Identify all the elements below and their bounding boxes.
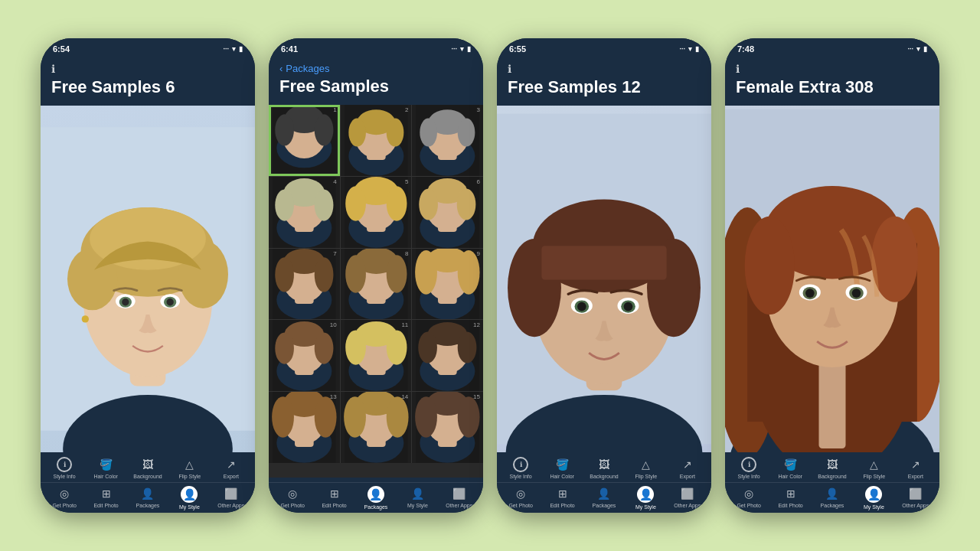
hair-thumb-4 <box>269 177 340 248</box>
flip-style-btn[interactable]: △ Flip Style <box>176 457 204 479</box>
background-btn-4[interactable]: 🖼 Background <box>818 457 846 479</box>
export-btn-3[interactable]: ↗ Export <box>674 457 701 479</box>
style-info-btn[interactable]: ℹ Style Info <box>51 457 78 479</box>
info-icon-1[interactable]: ℹ <box>51 63 244 75</box>
packages-btn-3[interactable]: 👤 Packages <box>590 486 618 510</box>
style-info-icon-3: ℹ <box>513 457 528 472</box>
phone-title-1: Free Samples 6 <box>51 78 244 96</box>
hair-color-btn-3[interactable]: 🪣 Hair Color <box>548 457 576 479</box>
cell-number-15: 15 <box>473 393 480 400</box>
svg-point-118 <box>415 396 437 438</box>
background-btn[interactable]: 🖼 Background <box>133 457 162 479</box>
svg-point-13 <box>167 298 174 305</box>
hair-color-label-3: Hair Color <box>550 474 574 479</box>
my-style-btn-1[interactable]: 👤 My Style <box>175 486 203 510</box>
hair-color-btn[interactable]: 🪣 Hair Color <box>92 457 119 479</box>
style-cell-3[interactable]: 3 <box>412 105 483 176</box>
export-label-4: Export <box>908 474 923 479</box>
back-chevron-icon: ‹ <box>279 63 283 74</box>
other-apps-btn-1[interactable]: ⬜ Other Apps <box>217 486 245 510</box>
other-apps-icon-4: ⬜ <box>908 486 923 501</box>
phone-3: 6:55 ··· ▾ ▮ ℹ Free Samples 12 <box>497 38 711 513</box>
background-btn-3[interactable]: 🖼 Background <box>590 457 618 479</box>
svg-point-28 <box>386 119 403 147</box>
style-cell-15[interactable]: 15 <box>412 392 483 463</box>
style-cell-7[interactable]: 7 <box>269 249 340 320</box>
export-icon-4: ↗ <box>908 457 923 472</box>
battery-icon-3: ▮ <box>695 45 699 53</box>
back-nav[interactable]: ‹ Packages <box>279 63 472 74</box>
style-cell-13[interactable]: 13 <box>269 392 340 463</box>
edit-photo-btn-4[interactable]: ⊞ Edit Photo <box>777 486 805 510</box>
hair-thumb-6 <box>412 177 483 248</box>
other-apps-btn-4[interactable]: ⬜ Other Apps <box>902 486 929 510</box>
phone-content-3 <box>497 106 711 452</box>
style-cell-4[interactable]: 4 <box>269 177 340 248</box>
style-cell-14[interactable]: 14 <box>341 392 412 463</box>
svg-point-83 <box>275 333 294 364</box>
svg-point-63 <box>315 257 334 292</box>
other-apps-btn-2[interactable]: ⬜ Other Apps <box>446 486 473 510</box>
svg-point-133 <box>624 302 633 311</box>
style-info-label-3: Style Info <box>509 474 531 479</box>
my-style-btn-4[interactable]: 👤 My Style <box>860 486 887 510</box>
flip-style-icon-3: △ <box>639 457 654 472</box>
hair-thumb-1 <box>269 105 340 176</box>
style-cell-8[interactable]: 8 <box>341 249 412 320</box>
style-cell-10[interactable]: 10 <box>269 320 340 391</box>
hair-thumb-7 <box>269 249 340 320</box>
svg-point-20 <box>275 115 294 146</box>
info-icon-3[interactable]: ℹ <box>508 63 701 75</box>
phone-1: 6:54 ··· ▾ ▮ ℹ Free Samples 6 <box>41 38 255 513</box>
hair-color-label: Hair Color <box>93 474 118 479</box>
flip-style-btn-3[interactable]: △ Flip Style <box>632 457 660 479</box>
packages-btn-2[interactable]: 👤 Packages <box>362 486 390 510</box>
get-photo-btn-4[interactable]: ◎ Get Photo <box>735 486 763 510</box>
svg-point-14 <box>82 315 89 322</box>
hair-color-btn-4[interactable]: 🪣 Hair Color <box>776 457 804 479</box>
style-cell-11[interactable]: 11 <box>341 320 412 391</box>
style-info-btn-3[interactable]: ℹ Style Info <box>507 457 534 479</box>
hair-thumb-13 <box>269 392 340 463</box>
packages-btn-4[interactable]: 👤 Packages <box>818 486 846 510</box>
edit-photo-btn-3[interactable]: ⊞ Edit Photo <box>549 486 577 510</box>
status-bar-2: 6:41 ··· ▾ ▮ <box>269 38 483 57</box>
my-style-icon-3: 👤 <box>637 486 654 503</box>
packages-btn-1[interactable]: 👤 Packages <box>134 486 162 510</box>
my-style-icon: 👤 <box>181 486 198 503</box>
toolbar-1: ℹ Style Info 🪣 Hair Color 🖼 Background △… <box>41 452 255 513</box>
status-icons-2: ··· ▾ ▮ <box>451 45 471 53</box>
style-cell-12[interactable]: 12 <box>412 320 483 391</box>
style-cell-9[interactable]: 9 <box>412 249 483 320</box>
style-info-label-4: Style Info <box>737 474 760 479</box>
other-apps-btn-3[interactable]: ⬜ Other Apps <box>674 486 701 510</box>
export-btn-4[interactable]: ↗ Export <box>902 457 929 479</box>
svg-point-12 <box>122 298 129 305</box>
edit-photo-label: Edit Photo <box>93 503 118 508</box>
get-photo-btn-3[interactable]: ◎ Get Photo <box>507 486 534 510</box>
svg-point-41 <box>275 189 294 220</box>
style-cell-5[interactable]: 5 <box>341 177 412 248</box>
time-2: 6:41 <box>281 44 298 54</box>
style-cell-1[interactable]: 1 <box>269 105 340 176</box>
style-info-btn-4[interactable]: ℹ Style Info <box>735 457 763 479</box>
edit-photo-btn-2[interactable]: ⊞ Edit Photo <box>321 486 348 510</box>
style-cell-2[interactable]: 2 <box>341 105 412 176</box>
get-photo-btn-2[interactable]: ◎ Get Photo <box>279 486 306 510</box>
svg-point-143 <box>745 217 795 315</box>
toolbar-2: ◎ Get Photo ⊞ Edit Photo 👤 Packages 👤 My… <box>269 478 483 513</box>
flip-style-btn-4[interactable]: △ Flip Style <box>861 457 888 479</box>
signal-dots-icon-4: ··· <box>907 45 913 53</box>
my-style-btn-3[interactable]: 👤 My Style <box>632 486 659 510</box>
cell-number-2: 2 <box>405 106 408 113</box>
my-style-btn-2[interactable]: 👤 My Style <box>403 486 431 510</box>
style-grid: 1 <box>269 105 483 462</box>
style-cell-6[interactable]: 6 <box>412 177 483 248</box>
edit-photo-btn-1[interactable]: ⊞ Edit Photo <box>93 486 120 510</box>
svg-point-70 <box>386 255 407 292</box>
get-photo-btn-1[interactable]: ◎ Get Photo <box>51 486 78 510</box>
export-btn[interactable]: ↗ Export <box>217 457 245 479</box>
phone-header-4: ℹ Female Extra 308 <box>725 57 939 106</box>
export-label-3: Export <box>680 474 695 479</box>
info-icon-4[interactable]: ℹ <box>736 63 929 75</box>
